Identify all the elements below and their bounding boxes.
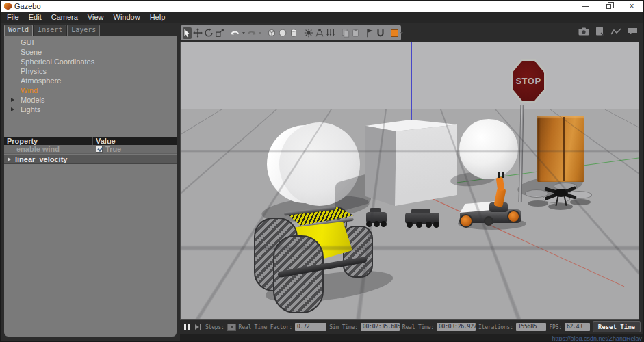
translate-tool-button[interactable] (193, 27, 203, 39)
stop-sign-text: STOP (515, 76, 541, 86)
workspace: STOP (180, 23, 644, 342)
small-rover-model[interactable] (405, 209, 439, 228)
view-angle-cube-icon (391, 29, 398, 37)
insert-box-button[interactable] (267, 27, 276, 39)
gazebo-logo-icon (4, 3, 12, 10)
step-button[interactable] (195, 324, 201, 330)
orange-wheel (507, 210, 520, 223)
menu-edit[interactable]: Edit (24, 12, 47, 22)
simulation-status-bar: Steps: Real Time Factor: 0.72 Sim Time: … (180, 320, 644, 334)
undo-icon (230, 29, 240, 38)
enable-wind-value: True (105, 145, 121, 154)
tab-world[interactable]: World (4, 25, 33, 36)
spot-light-button[interactable] (315, 27, 324, 39)
copy-button[interactable] (341, 27, 350, 39)
align-flag-icon (365, 28, 374, 38)
point-light-icon (304, 28, 313, 38)
render-viewport[interactable]: STOP (180, 42, 639, 320)
cabinet-seam (563, 117, 565, 181)
menu-view[interactable]: View (83, 12, 109, 22)
mid-wheel (484, 216, 493, 226)
align-button[interactable] (365, 27, 374, 39)
magnet-icon (376, 28, 385, 38)
mobile-arm-robot-model[interactable] (458, 171, 526, 231)
cylinder-icon (289, 28, 298, 38)
viewport-utility-icons (578, 27, 638, 36)
close-button[interactable]: × (620, 1, 643, 12)
expand-arrow-icon[interactable] (11, 98, 14, 102)
drone-body (554, 189, 568, 197)
orange-wheel (459, 214, 473, 228)
world-tree: GUI Scene Spherical Coordinates Physics … (4, 36, 177, 114)
tree-item-label: Models (21, 96, 44, 104)
gripper-finger (498, 172, 500, 178)
enable-wind-label: enable wind (4, 145, 93, 153)
select-tool-button[interactable] (183, 27, 192, 39)
view-angle-dropdown-caret[interactable] (400, 32, 403, 34)
tree-item-lights[interactable]: Lights (4, 105, 177, 114)
linear-velocity-group[interactable]: linear_velocity (4, 154, 177, 164)
tab-insert[interactable]: Insert (34, 25, 66, 36)
plot-icon[interactable] (610, 28, 621, 36)
paste-button[interactable] (351, 27, 360, 39)
tree-item-scene[interactable]: Scene (4, 47, 177, 57)
menu-camera[interactable]: Camera (47, 12, 83, 22)
redo-button[interactable] (246, 27, 257, 39)
menu-window[interactable]: Window (109, 12, 145, 22)
spot-light-icon (315, 28, 324, 38)
expand-arrow-icon[interactable] (8, 157, 11, 161)
sphere-icon (278, 28, 287, 38)
sphere-model[interactable] (459, 119, 518, 179)
box-model[interactable] (365, 120, 457, 206)
menu-help[interactable]: Help (145, 12, 170, 22)
linear-velocity-label: linear_velocity (15, 155, 67, 163)
snap-button[interactable] (376, 27, 385, 39)
enable-wind-checkbox[interactable] (96, 146, 103, 153)
menu-file[interactable]: File (2, 12, 24, 22)
rover-wheel (433, 222, 439, 228)
feedback-chat-icon[interactable] (628, 27, 638, 36)
world-panel-body: GUI Scene Spherical Coordinates Physics … (4, 36, 177, 337)
rover-wheel (407, 222, 413, 228)
log-record-icon[interactable] (595, 27, 604, 36)
insert-sphere-button[interactable] (278, 27, 287, 39)
iterations-label: Iterations: (478, 324, 513, 330)
tree-item-gui[interactable]: GUI (4, 38, 177, 47)
minimize-button[interactable] (574, 1, 597, 12)
step-icon (195, 324, 199, 330)
sim-time-value: 00:02:35.685 (361, 323, 400, 331)
fps-value: 62.43 (565, 323, 590, 331)
pause-button[interactable] (184, 324, 190, 330)
quadcopter-model[interactable] (525, 181, 595, 212)
rotate-tool-button[interactable] (204, 27, 214, 39)
tree-item-label: Lights (21, 105, 40, 114)
redo-dropdown-caret[interactable] (259, 32, 261, 34)
panel-tabs: World Insert Layers (2, 25, 179, 36)
husky-robot-model[interactable] (253, 207, 386, 299)
expand-arrow-icon[interactable] (11, 107, 14, 111)
copy-icon (341, 28, 350, 38)
scale-tool-button[interactable] (215, 27, 224, 39)
reset-time-button[interactable]: Reset Time (593, 321, 641, 332)
undo-button[interactable] (230, 27, 240, 39)
tree-item-spherical-coordinates[interactable]: Spherical Coordinates (4, 57, 177, 66)
insert-cylinder-button[interactable] (289, 27, 298, 39)
bottom-strip: https://blog.csdn.net/ZhangRelay (180, 334, 644, 342)
wood-cabinet-model[interactable] (537, 116, 584, 182)
directional-light-button[interactable] (326, 27, 335, 39)
stop-sign-model[interactable]: STOP (511, 59, 546, 103)
translate-icon (193, 28, 203, 38)
render-toolbar (181, 25, 401, 40)
tab-layers[interactable]: Layers (67, 25, 100, 36)
undo-dropdown-caret[interactable] (242, 32, 245, 34)
tree-item-physics[interactable]: Physics (4, 66, 177, 76)
box-icon (267, 28, 276, 38)
tree-item-wind[interactable]: Wind (4, 86, 177, 95)
tree-item-models[interactable]: Models (4, 95, 177, 105)
steps-spinner[interactable] (227, 324, 236, 331)
point-light-button[interactable] (304, 27, 313, 39)
restore-button[interactable] (597, 1, 620, 12)
view-angle-button[interactable] (391, 27, 398, 39)
screenshot-camera-icon[interactable] (578, 27, 589, 36)
tree-item-atmosphere[interactable]: Atmosphere (4, 76, 177, 86)
